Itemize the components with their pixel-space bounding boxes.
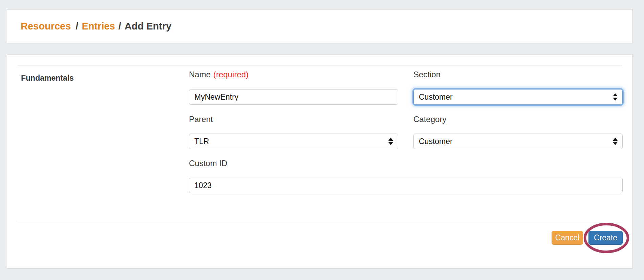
breadcrumb-separator: /	[119, 21, 121, 32]
breadcrumb-panel: Resources / Entries / Add Entry	[7, 9, 633, 43]
select-updown-icon	[388, 138, 393, 145]
custom-id-field-label: Custom ID	[189, 159, 227, 168]
name-field-label: Name(required)	[189, 70, 249, 79]
category-select-value: Customer	[419, 137, 453, 146]
add-entry-form-panel: Fundamentals Name(required) Section Cust…	[7, 55, 633, 268]
name-input[interactable]	[189, 89, 398, 105]
section-field-label: Section	[413, 70, 441, 79]
breadcrumb-link-resources[interactable]: Resources	[21, 21, 71, 32]
parent-select[interactable]: TLR	[189, 134, 398, 149]
name-label-text: Name	[189, 70, 211, 79]
select-updown-icon	[613, 138, 618, 145]
bottom-divider	[18, 222, 622, 222]
category-field-label: Category	[413, 115, 446, 124]
section-select-value: Customer	[419, 93, 453, 102]
section-heading-fundamentals: Fundamentals	[21, 74, 74, 83]
top-divider	[18, 65, 622, 65]
cancel-button[interactable]: Cancel	[552, 231, 583, 245]
section-select[interactable]: Customer	[413, 89, 623, 105]
breadcrumb-current-page: Add Entry	[125, 21, 172, 32]
custom-id-input[interactable]	[189, 178, 623, 193]
required-note: (required)	[213, 70, 249, 79]
category-select[interactable]: Customer	[413, 134, 623, 149]
select-updown-icon	[613, 93, 618, 101]
parent-select-value: TLR	[194, 137, 209, 146]
parent-field-label: Parent	[189, 115, 213, 124]
breadcrumb-separator: /	[76, 21, 78, 32]
breadcrumb: Resources / Entries / Add Entry	[7, 21, 171, 32]
create-button[interactable]: Create	[588, 231, 623, 245]
breadcrumb-link-entries[interactable]: Entries	[82, 21, 115, 32]
